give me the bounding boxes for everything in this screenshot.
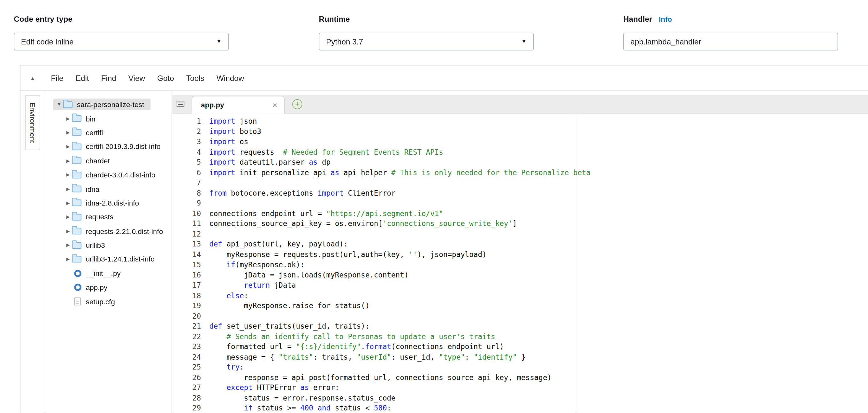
- runtime-select[interactable]: Python 3.7 ▼: [319, 33, 534, 50]
- tab-environment[interactable]: Environment: [25, 95, 40, 150]
- line-number[interactable]: 12: [172, 229, 206, 239]
- line-number[interactable]: 28: [172, 393, 206, 404]
- tree-folder[interactable]: ▶certifi-2019.3.9.dist-info: [45, 140, 172, 154]
- menu-find[interactable]: Find: [95, 73, 122, 83]
- line-number[interactable]: 14: [172, 249, 206, 260]
- code-line[interactable]: 15 if(myResponse.ok):: [172, 260, 868, 270]
- chevron-right-icon[interactable]: ▶: [64, 229, 72, 234]
- line-number[interactable]: 15: [172, 260, 206, 270]
- menu-file[interactable]: File: [45, 73, 69, 83]
- line-number[interactable]: 9: [172, 199, 206, 209]
- handler-input[interactable]: [623, 33, 838, 50]
- code-line[interactable]: 26 response = api_post(formatted_url, co…: [172, 373, 868, 383]
- line-number[interactable]: 5: [172, 157, 206, 168]
- code-line[interactable]: 9: [172, 199, 868, 209]
- tab-app-py[interactable]: app.py ×: [192, 96, 284, 114]
- line-number[interactable]: 24: [172, 352, 206, 362]
- code-line[interactable]: 14 myResponse = requests.post(url,auth=(…: [172, 249, 868, 260]
- line-number[interactable]: 19: [172, 301, 206, 311]
- line-number[interactable]: 7: [172, 178, 206, 188]
- code-line[interactable]: 7: [172, 178, 868, 188]
- code-line[interactable]: 19 myResponse.raise_for_status(): [172, 301, 868, 311]
- code-line[interactable]: 27 except HTTPError as error:: [172, 383, 868, 393]
- code-line[interactable]: 8from botocore.exceptions import ClientE…: [172, 188, 868, 198]
- tree-folder[interactable]: ▶urllib3-1.24.1.dist-info: [45, 252, 172, 266]
- tree-file[interactable]: setup.cfg: [45, 294, 172, 308]
- menu-goto[interactable]: Goto: [151, 73, 180, 83]
- line-number[interactable]: 26: [172, 373, 206, 383]
- chevron-right-icon[interactable]: ▶: [64, 158, 72, 164]
- code-line[interactable]: 5import dateutil.parser as dp: [172, 157, 868, 168]
- code-line[interactable]: 20: [172, 311, 868, 321]
- tree-folder[interactable]: ▶requests: [45, 210, 172, 224]
- line-number[interactable]: 17: [172, 281, 206, 291]
- tree-folder[interactable]: ▶chardet-3.0.4.dist-info: [45, 168, 172, 182]
- tree-folder[interactable]: ▶requests-2.21.0.dist-info: [45, 224, 172, 238]
- line-number[interactable]: 10: [172, 209, 206, 219]
- code-line[interactable]: 22 # Sends an identify call to Personas …: [172, 331, 868, 342]
- code-line[interactable]: 10connections_endpoint_url = "https://ap…: [172, 209, 868, 219]
- chevron-right-icon[interactable]: ▶: [64, 257, 72, 262]
- chevron-down-icon[interactable]: ▼: [55, 102, 63, 107]
- code-line[interactable]: 2import boto3: [172, 126, 868, 137]
- code-line[interactable]: 29 if status >= 400 and status < 500:: [172, 404, 868, 413]
- tree-file[interactable]: app.py: [45, 281, 172, 294]
- code-entry-type-select[interactable]: Edit code inline ▼: [14, 33, 229, 50]
- code-line[interactable]: 16 jData = json.loads(myResponse.content…: [172, 270, 868, 281]
- menu-view[interactable]: View: [122, 73, 151, 83]
- line-number[interactable]: 6: [172, 168, 206, 178]
- tree-folder[interactable]: ▶chardet: [45, 154, 172, 168]
- chevron-right-icon[interactable]: ▶: [64, 130, 72, 135]
- code-line[interactable]: 23 formatted_url = "{:s}/identify".forma…: [172, 342, 868, 352]
- tree-folder[interactable]: ▶certifi: [45, 126, 172, 140]
- line-number[interactable]: 13: [172, 239, 206, 249]
- tree-file[interactable]: __init__.py: [45, 266, 172, 281]
- chevron-right-icon[interactable]: ▶: [64, 116, 72, 121]
- chevron-right-icon[interactable]: ▶: [64, 144, 72, 149]
- tree-folder[interactable]: ▶idna-2.8.dist-info: [45, 196, 172, 210]
- code-line[interactable]: 13def api_post(url, key, payload):: [172, 239, 868, 249]
- tree-item-root[interactable]: ▼sara-personalize-test: [45, 97, 172, 112]
- chevron-right-icon[interactable]: ▶: [64, 200, 72, 206]
- code-line[interactable]: 24 message = { "traits": traits, "userId…: [172, 352, 868, 362]
- tree-folder[interactable]: ▶idna: [45, 182, 172, 196]
- line-number[interactable]: 4: [172, 147, 206, 157]
- chevron-right-icon[interactable]: ▶: [64, 186, 72, 191]
- tree-folder[interactable]: ▶bin: [45, 112, 172, 126]
- menu-edit[interactable]: Edit: [70, 73, 95, 83]
- code-line[interactable]: 1import json: [172, 116, 868, 126]
- line-number[interactable]: 16: [172, 270, 206, 281]
- line-number[interactable]: 11: [172, 219, 206, 229]
- code-area[interactable]: 1import json2import boto33import os4impo…: [172, 114, 868, 413]
- chevron-right-icon[interactable]: ▶: [64, 214, 72, 219]
- line-number[interactable]: 2: [172, 126, 206, 137]
- line-number[interactable]: 21: [172, 321, 206, 331]
- code-line[interactable]: 28 status = error.response.status_code: [172, 393, 868, 404]
- code-line[interactable]: 3import os: [172, 137, 868, 147]
- code-line[interactable]: 25 try:: [172, 362, 868, 373]
- chevron-right-icon[interactable]: ▶: [64, 172, 72, 177]
- line-number[interactable]: 1: [172, 116, 206, 126]
- menu-tools[interactable]: Tools: [180, 73, 211, 83]
- code-line[interactable]: 18 else:: [172, 291, 868, 301]
- code-line[interactable]: 21def set_user_traits(user_id, traits):: [172, 321, 868, 331]
- tab-list-icon[interactable]: [177, 101, 184, 107]
- line-number[interactable]: 3: [172, 137, 206, 147]
- line-number[interactable]: 23: [172, 342, 206, 352]
- code-line[interactable]: 11connections_source_api_key = os.enviro…: [172, 219, 868, 229]
- line-number[interactable]: 18: [172, 291, 206, 301]
- line-number[interactable]: 27: [172, 383, 206, 393]
- menu-window[interactable]: Window: [211, 73, 250, 83]
- line-number[interactable]: 20: [172, 311, 206, 321]
- handler-info-link[interactable]: Info: [659, 15, 672, 23]
- code-line[interactable]: 4import requests # Needed for Segment Ev…: [172, 147, 868, 157]
- chevron-right-icon[interactable]: ▶: [64, 243, 72, 248]
- line-number[interactable]: 8: [172, 188, 206, 198]
- tree-folder[interactable]: ▶urllib3: [45, 238, 172, 252]
- collapse-menubar-icon[interactable]: ▲: [21, 75, 45, 81]
- line-number[interactable]: 25: [172, 362, 206, 373]
- line-number[interactable]: 22: [172, 331, 206, 342]
- code-line[interactable]: 6import init_personalize_api as api_help…: [172, 168, 868, 178]
- close-icon[interactable]: ×: [272, 100, 277, 110]
- new-tab-button[interactable]: +: [292, 99, 302, 109]
